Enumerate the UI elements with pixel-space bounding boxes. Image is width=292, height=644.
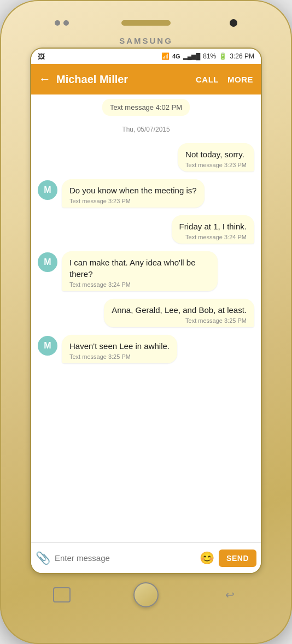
home-button[interactable] (133, 582, 159, 607)
message-out-3: Anna, Gerald, Lee, and Bob, at least. Te… (38, 299, 254, 327)
back-nav-button[interactable]: ↩ (221, 587, 239, 602)
msg-meta-in-1: Text message 3:23 PM (69, 198, 197, 204)
phone-speaker (121, 20, 171, 26)
dot-right (63, 20, 69, 26)
app-header: ← Michael Miller CALL MORE (31, 64, 261, 94)
message-out-2: Friday at 1, I think. Text message 3:24 … (38, 215, 254, 244)
msg-meta-out-2: Text message 3:24 PM (179, 234, 247, 240)
chat-area: Text message 4:02 PM Thu, 05/07/2015 Not… (31, 94, 261, 542)
input-bar: 📎 😊 SEND (31, 542, 261, 573)
phone-top-bar (0, 10, 292, 36)
status-bar: 🖼 📶 4G ▂▄▆█ 81% 🔋 3:26 PM (31, 49, 261, 64)
partial-text: Text message 4:02 PM (110, 103, 182, 111)
emoji-icon[interactable]: 😊 (200, 551, 214, 565)
msg-meta-out-1: Text message 3:23 PM (185, 162, 247, 168)
msg-meta-in-3: Text message 3:25 PM (69, 353, 170, 360)
brand-label: SAMSUNG (119, 36, 173, 45)
avatar-2: M (38, 252, 57, 272)
battery-icon: 🔋 (219, 52, 227, 60)
attach-icon[interactable]: 📎 (36, 551, 50, 565)
header-actions: CALL MORE (196, 75, 253, 84)
msg-text-out-3: Anna, Gerald, Lee, and Bob, at least. (112, 304, 247, 316)
msg-text-out-1: Not today, sorry. (185, 149, 247, 160)
image-icon: 🖼 (38, 52, 45, 61)
dot-left (55, 20, 60, 26)
msg-text-out-2: Friday at 1, I think. (179, 221, 247, 232)
avatar-1: M (38, 180, 57, 200)
contact-name: Michael Miller (56, 73, 196, 86)
call-button[interactable]: CALL (196, 75, 219, 84)
back-button[interactable]: ← (39, 72, 51, 86)
signal-bars: ▂▄▆█ (183, 53, 201, 60)
battery-percent: 81% (203, 52, 216, 60)
bubble-in-1: Do you know when the meeting is? Text me… (62, 179, 205, 208)
recents-button[interactable] (53, 587, 71, 602)
bubble-out-1: Not today, sorry. Text message 3:23 PM (178, 143, 254, 172)
status-right: 📶 4G ▂▄▆█ 81% 🔋 3:26 PM (161, 52, 254, 60)
bubble-in-2: I can make that. Any idea who'll be ther… (62, 251, 218, 291)
message-out-1: Not today, sorry. Text message 3:23 PM (38, 143, 254, 172)
phone-camera (230, 19, 237, 27)
bubble-out-2: Friday at 1, I think. Text message 3:24 … (172, 215, 254, 244)
phone-dots (55, 20, 69, 26)
network-type: 4G (172, 53, 180, 60)
status-left: 🖼 (38, 52, 45, 61)
date-divider: Thu, 05/07/2015 (38, 126, 254, 133)
phone-bottom-bar: ↩ (0, 573, 292, 617)
more-button[interactable]: MORE (227, 75, 253, 84)
msg-meta-in-2: Text message 3:24 PM (69, 281, 210, 288)
msg-text-in-3: Haven't seen Lee in awhile. (69, 340, 170, 352)
message-in-2: M I can make that. Any idea who'll be th… (38, 251, 254, 291)
phone-frame: SAMSUNG 🖼 📶 4G ▂▄▆█ 81% 🔋 3:26 PM ← Mich… (0, 0, 292, 644)
message-in-3: M Haven't seen Lee in awhile. Text messa… (38, 335, 254, 363)
time-display: 3:26 PM (230, 52, 254, 60)
msg-text-in-2: I can make that. Any idea who'll be ther… (69, 257, 210, 280)
bubble-in-3: Haven't seen Lee in awhile. Text message… (62, 335, 177, 363)
msg-meta-out-3: Text message 3:25 PM (112, 317, 247, 324)
screen: 🖼 📶 4G ▂▄▆█ 81% 🔋 3:26 PM ← Michael Mill… (31, 49, 261, 573)
send-button[interactable]: SEND (219, 550, 256, 567)
message-input[interactable] (55, 553, 195, 563)
bubble-out-3: Anna, Gerald, Lee, and Bob, at least. Te… (104, 299, 254, 327)
msg-text-in-1: Do you know when the meeting is? (69, 185, 197, 196)
wifi-icon: 📶 (161, 52, 170, 60)
bubble-partial: Text message 4:02 PM (102, 99, 190, 116)
message-partial-top: Text message 4:02 PM (38, 99, 254, 116)
message-in-1: M Do you know when the meeting is? Text … (38, 179, 254, 208)
avatar-3: M (38, 336, 57, 356)
